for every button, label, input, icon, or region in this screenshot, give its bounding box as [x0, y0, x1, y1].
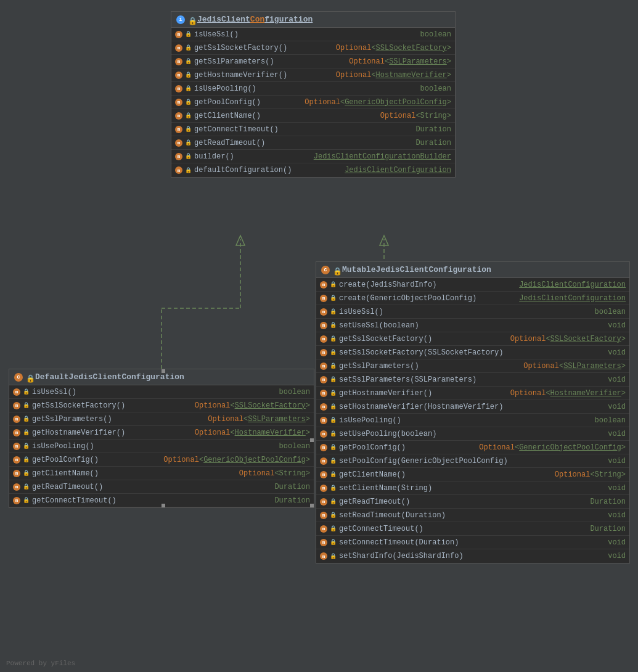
method-visibility: 🔒 [330, 376, 337, 383]
method-icon: m [175, 139, 182, 147]
method-name: setConnectTimeout(Duration) [339, 538, 605, 547]
method-name: getSslSocketFactory() [32, 401, 192, 410]
method-visibility: 🔒 [330, 403, 337, 410]
method-visibility: 🔒 [330, 390, 337, 396]
method-row: m 🔒 getClientName() Optional<String> [171, 109, 455, 123]
method-name: setUsePooling(boolean) [339, 430, 605, 438]
method-name: getPoolConfig() [194, 98, 302, 107]
class-icon: c [14, 373, 23, 382]
default-jedis-client-configuration-box: c 🔒 DefaultJedisClientConfiguration m 🔒 … [9, 369, 314, 508]
method-visibility: 🔒 [185, 44, 192, 51]
method-return: void [608, 457, 626, 465]
method-row: m 🔒 getPoolConfig() Optional<GenericObje… [316, 441, 629, 454]
method-row: m 🔒 setSslParameters(SSLParameters) void [316, 373, 629, 387]
method-icon: m [320, 335, 327, 343]
method-row: m 🔒 getSslSocketFactory() Optional<SSLSo… [171, 41, 455, 55]
method-name: isUseSsl() [339, 308, 592, 316]
method-name: create(GenericObjectPoolConfig) [339, 294, 517, 303]
method-visibility: 🔒 [185, 31, 192, 38]
method-icon: m [320, 539, 327, 546]
lock-icon: 🔒 [188, 17, 194, 23]
method-return: JedisClientConfiguration [519, 294, 626, 303]
method-icon: m [175, 31, 182, 38]
method-row: m 🔒 setUseSsl(boolean) void [316, 319, 629, 332]
footer: Powered by yFiles [6, 660, 75, 667]
method-row: m 🔒 isUseSsl() boolean [171, 28, 455, 41]
method-icon: m [175, 44, 182, 52]
method-visibility: 🔒 [185, 85, 192, 92]
method-name: getPoolConfig() [32, 456, 161, 464]
lock-icon: 🔒 [26, 374, 32, 380]
interface-icon: i [176, 15, 185, 24]
method-return: Optional<String> [555, 470, 626, 479]
method-row: m 🔒 setHostnameVerifier(HostnameVerifier… [316, 400, 629, 414]
method-visibility: 🔒 [330, 281, 337, 288]
method-return: Optional<SSLSocketFactory> [195, 401, 310, 410]
method-visibility: 🔒 [330, 485, 337, 491]
method-name: isUseSsl() [194, 30, 418, 39]
method-icon: m [175, 58, 182, 65]
method-return: Optional<HostnameVerifier> [510, 389, 626, 398]
method-return: void [608, 511, 626, 520]
resize-handle-s[interactable] [162, 504, 165, 507]
method-name: getHostnameVerifier() [194, 71, 333, 80]
method-visibility: 🔒 [330, 457, 337, 464]
default-jedis-client-configuration-title: DefaultJedisClientConfiguration [35, 372, 184, 382]
method-icon: m [320, 471, 327, 478]
method-row: m 🔒 getHostnameVerifier() Optional<Hostn… [9, 426, 314, 440]
footer-label: Powered by yFiles [6, 660, 75, 667]
method-visibility: 🔒 [330, 322, 337, 329]
method-name: getSslParameters() [194, 57, 346, 66]
method-name: setPoolConfig(GenericObjectPoolConfig) [339, 457, 605, 465]
method-return: Duration [590, 498, 626, 506]
method-return: Optional<HostnameVerifier> [336, 71, 451, 80]
method-visibility: 🔒 [185, 126, 192, 133]
method-return: Duration [274, 483, 310, 491]
method-name: setUseSsl(boolean) [339, 321, 605, 330]
method-icon: m [320, 498, 327, 506]
method-name: getSslParameters() [339, 362, 521, 371]
method-return: void [608, 321, 626, 330]
resize-handle-e[interactable] [310, 438, 314, 442]
method-row: m 🔒 create(JedisShardInfo) JedisClientCo… [316, 278, 629, 292]
method-name: create(JedisShardInfo) [339, 281, 517, 289]
method-name: setSslSocketFactory(SSLSocketFactory) [339, 348, 605, 357]
svg-marker-6 [380, 236, 388, 245]
method-row: m 🔒 create(GenericObjectPoolConfig) Jedi… [316, 292, 629, 305]
method-row: m 🔒 getSslParameters() Optional<SSLParam… [171, 55, 455, 68]
method-name: getConnectTimeout() [339, 525, 587, 533]
jedis-client-configuration-header: i 🔒 JedisClientConfiguration [171, 12, 455, 28]
method-row: m 🔒 getConnectTimeout() Duration [171, 123, 455, 136]
method-row: m 🔒 getPoolConfig() Optional<GenericObje… [9, 453, 314, 467]
method-visibility: 🔒 [185, 153, 192, 160]
method-visibility: 🔒 [23, 402, 30, 409]
method-row: m 🔒 getReadTimeout() Duration [171, 136, 455, 150]
method-row: m 🔒 getHostnameVerifier() Optional<Hostn… [316, 387, 629, 400]
method-return: Optional<SSLParameters> [523, 362, 626, 371]
method-icon: m [320, 308, 327, 316]
method-visibility: 🔒 [330, 308, 337, 315]
method-name: setSslParameters(SSLParameters) [339, 375, 605, 384]
method-visibility: 🔒 [330, 444, 337, 451]
resize-handle-n[interactable] [162, 369, 165, 373]
method-row: m 🔒 setConnectTimeout(Duration) void [316, 536, 629, 549]
method-icon: m [320, 525, 327, 533]
method-row: m 🔒 getSslParameters() Optional<SSLParam… [9, 412, 314, 426]
method-row: m 🔒 defaultConfiguration() JedisClientCo… [171, 163, 455, 177]
method-return: Optional<SSLSocketFactory> [510, 335, 626, 343]
method-return: Optional<GenericObjectPoolConfig> [305, 98, 451, 107]
method-row: m 🔒 getConnectTimeout() Duration [316, 522, 629, 536]
method-visibility: 🔒 [330, 471, 337, 478]
method-row: m 🔒 builder() JedisClientConfigurationBu… [171, 150, 455, 163]
method-return: void [608, 538, 626, 547]
method-visibility: 🔒 [330, 363, 337, 369]
method-icon: m [320, 403, 327, 411]
class-icon: c [321, 266, 330, 274]
resize-handle-se[interactable] [310, 504, 314, 507]
method-icon: m [13, 443, 20, 450]
method-row: m 🔒 getReadTimeout() Duration [316, 495, 629, 509]
method-visibility: 🔒 [330, 539, 337, 546]
method-visibility: 🔒 [185, 139, 192, 146]
method-return: Optional<String> [239, 469, 310, 478]
method-icon: m [320, 295, 327, 302]
